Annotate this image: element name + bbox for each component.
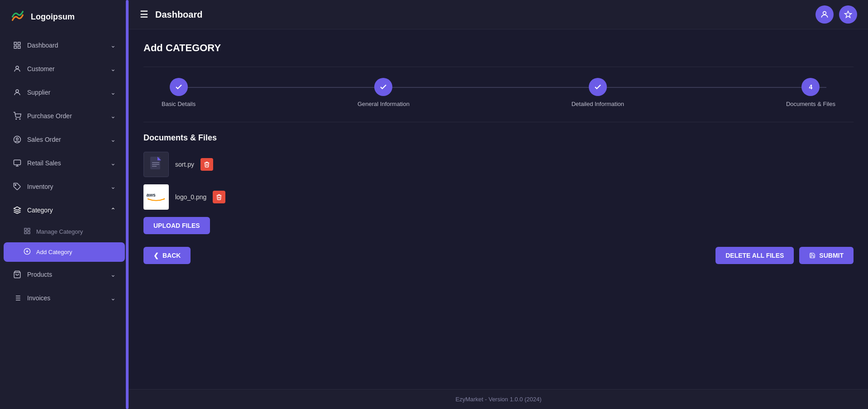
chevron-down-icon-invoices: ⌄ [110,294,116,302]
sidebar-item-retail-sales[interactable]: Retail Sales ⌄ [4,152,125,174]
checkmark-icon-2 [379,83,387,91]
submit-button-label: SUBMIT [819,252,844,259]
svg-text:aws: aws [146,192,155,197]
sidebar-scrollbar[interactable] [126,0,129,409]
step-number-4: 4 [809,83,813,91]
divider-2 [143,122,854,122]
svg-point-9 [16,138,19,140]
dashboard-icon [13,41,22,50]
sparkle-icon [844,10,852,19]
category-icon [13,206,22,215]
svg-rect-14 [28,228,30,231]
back-chevron-icon: ❮ [153,252,159,259]
menu-toggle-button[interactable]: ☰ [140,9,148,20]
sidebar-item-customer[interactable]: Customer ⌄ [4,58,125,80]
aws-logo-svg: aws [145,190,167,204]
svg-marker-28 [845,11,852,18]
svg-rect-0 [14,42,16,44]
step-badge-3 [589,78,607,96]
submit-button[interactable]: SUBMIT [799,247,854,264]
sidebar-item-supplier[interactable]: Supplier ⌄ [4,82,125,103]
step-detailed-information: Detailed Information [572,78,624,107]
svg-point-7 [19,119,20,120]
logo-text: Logoipsum [31,12,75,22]
svg-point-27 [823,11,826,14]
svg-rect-1 [18,42,20,44]
add-category-icon [24,248,31,256]
footer-text: EzyMarket - Version 1.0.0 (2024) [455,396,541,403]
upload-files-button[interactable]: UPLOAD FILES [143,217,210,234]
retail-sales-icon [13,159,22,168]
sidebar-item-dashboard-label: Dashboard [27,42,58,49]
purchase-order-icon [13,111,22,120]
sidebar-item-sales-order[interactable]: Sales Order ⌄ [4,129,125,150]
manage-category-icon [24,227,31,236]
sidebar-item-customer-label: Customer [27,65,55,72]
chevron-down-icon-purchase: ⌄ [110,112,116,120]
svg-rect-13 [24,228,27,231]
user-icon [820,10,829,19]
step-documents-files: 4 Documents & Files [786,78,835,107]
sidebar-item-sales-label: Sales Order [27,136,61,143]
step-label-4: Documents & Files [786,101,835,107]
save-icon [809,252,816,259]
step-label-1: Basic Details [162,101,196,107]
sidebar-item-category[interactable]: Category ⌃ [4,199,125,221]
file-item-logo-png: aws logo_0.png [143,184,854,210]
chevron-down-icon-inventory: ⌄ [110,183,116,190]
products-icon [13,270,22,279]
sidebar-item-manage-category[interactable]: Manage Category [0,222,129,241]
sidebar-item-purchase-label: Purchase Order [27,112,72,120]
right-button-group: DELETE ALL FILES SUBMIT [715,247,854,264]
file-item-sort-py: sort.py [143,152,854,177]
sidebar: Logoipsum Dashboard ⌄ Customer ⌄ Supplie… [0,0,129,409]
svg-point-11 [15,184,16,185]
sidebar-item-inventory[interactable]: Inventory ⌄ [4,176,125,197]
inventory-icon [13,182,22,191]
step-badge-2 [374,78,392,96]
sidebar-item-dashboard[interactable]: Dashboard ⌄ [4,34,125,56]
footer: EzyMarket - Version 1.0.0 (2024) [129,389,868,409]
doc-file-icon [149,156,163,173]
file-thumb-sort-py [143,152,169,177]
delete-file-sort-py-button[interactable] [200,158,213,171]
add-category-label: Add Category [36,249,72,255]
back-button[interactable]: ❮ BACK [143,247,191,264]
sidebar-item-category-label: Category [27,207,53,214]
supplier-icon [13,88,22,97]
action-buttons-row: ❮ BACK DELETE ALL FILES SUBMIT [143,247,854,264]
step-general-information: General Information [358,78,410,107]
step-basic-details: Basic Details [162,78,196,107]
checkmark-icon-1 [175,83,183,91]
trash-icon-sort-py [204,161,210,168]
sidebar-item-products[interactable]: Products ⌄ [4,264,125,285]
logo-icon [9,8,26,25]
back-button-label: BACK [162,252,181,259]
customer-icon [13,64,22,73]
sidebar-item-invoices-label: Invoices [27,294,50,302]
svg-point-4 [16,66,19,69]
chevron-down-icon-products: ⌄ [110,271,116,278]
delete-file-logo-png-button[interactable] [213,191,225,203]
checkmark-icon-3 [594,83,602,91]
invoices-icon [13,294,22,303]
sidebar-item-invoices[interactable]: Invoices ⌄ [4,287,125,309]
delete-all-files-button[interactable]: DELETE ALL FILES [715,247,794,264]
svg-rect-3 [18,46,20,48]
svg-rect-16 [28,231,30,234]
manage-category-label: Manage Category [36,228,83,235]
sidebar-item-add-category[interactable]: Add Category [4,242,125,262]
sidebar-item-purchase-order[interactable]: Purchase Order ⌄ [4,105,125,127]
chevron-down-icon-sales: ⌄ [110,136,116,143]
user-avatar-button[interactable] [816,5,834,24]
svg-rect-10 [14,160,21,165]
stepper: Basic Details General Information Detail… [143,78,854,107]
magic-button[interactable] [839,5,857,24]
chevron-down-icon-supplier: ⌄ [110,89,116,96]
trash-icon-logo-png [216,194,222,200]
sidebar-item-retail-label: Retail Sales [27,159,61,167]
topbar-title: Dashboard [155,10,202,20]
chevron-down-icon-retail: ⌄ [110,159,116,167]
svg-rect-2 [14,46,16,48]
file-name-logo-png: logo_0.png [175,193,206,201]
